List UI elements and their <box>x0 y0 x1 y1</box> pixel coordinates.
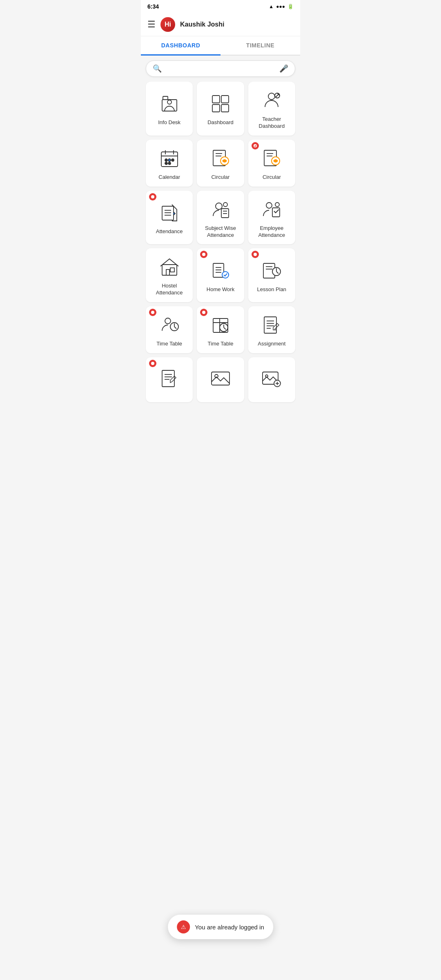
hostel-attendance-icon <box>158 256 181 278</box>
tab-bar: DASHBOARD TIMELINE <box>141 36 300 56</box>
grid-item-assignment[interactable]: Assignment <box>248 306 295 353</box>
grid-item-circular-1[interactable]: Circular <box>197 140 244 187</box>
grid-item-timetable-2[interactable]: Time Table <box>197 306 244 353</box>
status-icons: ▲ ●●● 🔋 <box>269 4 294 9</box>
user-name: Kaushik Joshi <box>180 21 224 28</box>
svg-point-44 <box>202 253 205 256</box>
signal-icon: ●●● <box>276 4 285 9</box>
svg-point-49 <box>222 272 229 278</box>
timetable-1-label: Time Table <box>156 341 182 347</box>
grid-item-info-desk[interactable]: Info Desk <box>146 82 193 136</box>
svg-rect-6 <box>221 105 229 112</box>
svg-point-57 <box>151 311 154 314</box>
subject-attendance-icon <box>209 198 232 221</box>
svg-rect-0 <box>162 100 177 111</box>
hostel-attendance-label: Hostel Attendance <box>150 283 189 296</box>
status-bar: 6:34 ▲ ●●● 🔋 <box>141 0 300 13</box>
svg-rect-79 <box>212 372 229 385</box>
svg-rect-3 <box>212 96 220 103</box>
circular-2-icon <box>260 147 283 170</box>
avatar: Hi <box>160 17 175 32</box>
timetable-2-badge <box>200 309 207 316</box>
homework-badge <box>200 251 207 258</box>
grid-item-employee-attendance[interactable]: Employee Attendance <box>248 191 295 245</box>
grid-item-calendar[interactable]: Calendar <box>146 140 193 187</box>
svg-rect-69 <box>264 317 276 333</box>
item-16-badge <box>149 360 156 367</box>
grid-item-homework[interactable]: Home Work <box>197 248 244 302</box>
search-bar: 🔍 🎤 <box>146 60 295 77</box>
item-16-icon <box>158 367 181 390</box>
dashboard-icon <box>209 92 232 115</box>
dashboard-label: Dashboard <box>207 119 234 126</box>
svg-point-62 <box>202 311 205 314</box>
svg-rect-42 <box>170 268 174 272</box>
grid-item-subject-attendance[interactable]: Subject Wise Attendance <box>197 191 244 245</box>
svg-rect-75 <box>162 370 174 387</box>
circular-1-icon <box>209 147 232 170</box>
teacher-dashboard-label: Teacher Dashboard <box>252 116 291 130</box>
svg-rect-28 <box>162 206 174 220</box>
grid-item-circular-2[interactable]: Circular <box>248 140 295 187</box>
svg-point-74 <box>151 362 154 365</box>
lesson-plan-label: Lesson Plan <box>257 286 287 293</box>
tab-timeline[interactable]: TIMELINE <box>220 36 300 55</box>
tab-dashboard[interactable]: DASHBOARD <box>141 36 220 56</box>
timetable-1-icon <box>158 314 181 336</box>
svg-rect-33 <box>221 209 229 218</box>
svg-point-50 <box>254 253 257 256</box>
battery-icon: 🔋 <box>287 4 294 9</box>
search-icon: 🔍 <box>153 64 162 73</box>
item-18-icon <box>260 367 283 390</box>
attendance-badge <box>149 193 156 200</box>
svg-point-16 <box>165 162 167 165</box>
svg-point-17 <box>168 162 171 165</box>
svg-rect-41 <box>166 270 169 275</box>
attendance-label: Attendance <box>156 228 183 235</box>
item-17-icon <box>209 367 232 390</box>
circular-2-badge <box>252 142 259 149</box>
employee-attendance-label: Employee Attendance <box>252 225 291 239</box>
svg-rect-5 <box>212 105 220 112</box>
svg-point-36 <box>223 203 227 207</box>
lesson-plan-icon <box>260 259 283 282</box>
grid-item-teacher-dashboard[interactable]: Teacher Dashboard <box>248 82 295 136</box>
svg-point-39 <box>275 203 279 207</box>
menu-grid: Info Desk Dashboard Teacher Dashboard <box>141 82 300 407</box>
grid-item-lesson-plan[interactable]: Lesson Plan <box>248 248 295 302</box>
svg-point-14 <box>168 159 171 161</box>
hamburger-icon[interactable]: ☰ <box>147 19 156 30</box>
svg-point-27 <box>151 195 154 198</box>
employee-attendance-icon <box>260 198 283 221</box>
mic-icon[interactable]: 🎤 <box>279 64 288 73</box>
svg-point-1 <box>167 100 172 104</box>
grid-item-hostel-attendance[interactable]: Hostel Attendance <box>146 248 193 302</box>
svg-point-37 <box>266 203 272 208</box>
homework-icon <box>209 259 232 282</box>
svg-point-58 <box>165 318 171 324</box>
svg-rect-4 <box>221 96 229 103</box>
app-header: ☰ Hi Kaushik Joshi <box>141 13 300 36</box>
circular-2-label: Circular <box>263 174 281 181</box>
grid-item-timetable-1[interactable]: Time Table <box>146 306 193 353</box>
assignment-label: Assignment <box>258 341 285 347</box>
circular-1-label: Circular <box>212 174 230 181</box>
svg-rect-2 <box>163 96 168 100</box>
svg-point-32 <box>216 203 222 209</box>
grid-item-attendance[interactable]: Attendance <box>146 191 193 245</box>
grid-item-18[interactable] <box>248 357 295 402</box>
timetable-2-label: Time Table <box>208 341 234 347</box>
calendar-label: Calendar <box>158 174 180 181</box>
svg-point-15 <box>172 159 174 161</box>
timetable-1-badge <box>149 309 156 316</box>
status-time: 6:34 <box>147 3 159 10</box>
grid-item-16[interactable] <box>146 357 193 402</box>
teacher-dashboard-icon <box>260 89 283 112</box>
timetable-2-icon <box>209 314 232 336</box>
search-input[interactable] <box>166 65 275 72</box>
grid-item-dashboard[interactable]: Dashboard <box>197 82 244 136</box>
info-desk-label: Info Desk <box>158 119 180 126</box>
assignment-icon <box>260 314 283 336</box>
grid-item-17[interactable] <box>197 357 244 402</box>
homework-label: Home Work <box>207 286 234 293</box>
